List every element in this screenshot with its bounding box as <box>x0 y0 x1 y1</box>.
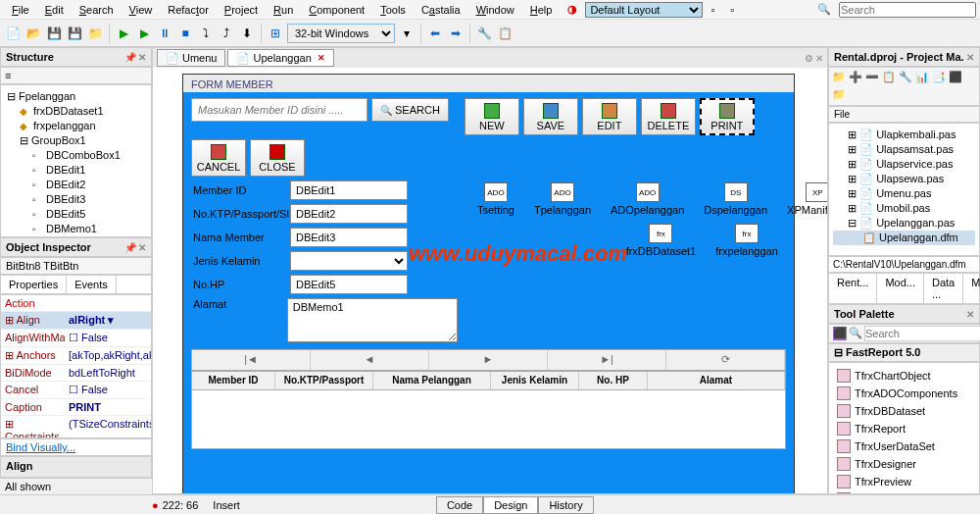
step2-icon[interactable]: ⤴ <box>218 25 235 42</box>
menu-view[interactable]: View <box>122 2 161 18</box>
close-icon[interactable]: ✕ <box>815 53 823 64</box>
prop-value[interactable]: [akTop,akRight,ak <box>65 347 151 364</box>
misc1-icon[interactable]: 🔧 <box>475 25 493 42</box>
nav-next[interactable]: ► <box>429 350 548 370</box>
comp-adopelanggan[interactable]: ADOADOpelanggan <box>611 182 684 216</box>
config-icon[interactable]: ▾ <box>398 25 416 42</box>
col-header[interactable]: Alamat <box>648 372 785 389</box>
tree-item[interactable]: ▫DBEdit1 <box>5 163 147 178</box>
prop-name[interactable]: ⊞ Constraints <box>1 416 65 439</box>
name-input[interactable] <box>290 228 408 247</box>
tree-item[interactable]: ◆frxpelanggan <box>5 119 147 133</box>
menu-edit[interactable]: Edit <box>37 2 72 18</box>
pm-tool-icon[interactable]: ⬛ <box>949 71 962 85</box>
menu-project[interactable]: Project <box>217 2 266 18</box>
palette-item[interactable]: TfrxADOComponents <box>833 385 975 402</box>
member-id-input[interactable] <box>290 180 408 200</box>
col-header[interactable]: No. HP <box>579 372 648 389</box>
pmtab[interactable]: Multi... <box>963 274 980 303</box>
save-button[interactable]: SAVE <box>523 98 578 135</box>
ide-search-input[interactable] <box>839 2 976 18</box>
platform-select[interactable]: 32-bit Windows <box>287 24 395 43</box>
pin-icon[interactable]: 📌 <box>124 52 136 63</box>
layout-tool2[interactable]: ▫ <box>722 2 742 18</box>
file-item[interactable]: ⊞ 📄 Umenu.pas <box>833 186 975 201</box>
pm-tool-icon[interactable]: ➖ <box>865 71 879 85</box>
menu-window[interactable]: Window <box>468 2 522 18</box>
back-icon[interactable]: ⬅ <box>426 25 444 42</box>
prop-name[interactable]: ⊞ Anchors <box>1 347 65 364</box>
file-item[interactable]: ⊞ 📄 Ulapsewa.pas <box>833 172 975 186</box>
form-member[interactable]: FORM MEMBER 🔍 SEARCH NEW SAVE EDIT DELET… <box>182 74 795 493</box>
open-icon[interactable]: 📂 <box>24 25 42 42</box>
menu-help[interactable]: Help <box>522 2 561 18</box>
tab-events[interactable]: Events <box>67 276 117 293</box>
prop-name[interactable]: Action <box>1 295 65 311</box>
prop-value[interactable] <box>65 295 151 311</box>
tree-item[interactable]: ▫DBEdit2 <box>5 178 147 192</box>
inspector-component[interactable]: BitBtn8 TBitBtn <box>0 257 152 275</box>
close-icon[interactable]: ✕ <box>966 309 974 320</box>
palette-list[interactable]: TfrxChartObject TfrxADOComponents TfrxDB… <box>828 362 980 495</box>
run-icon[interactable]: ▶ <box>115 25 132 42</box>
prop-name[interactable]: Cancel <box>1 382 65 398</box>
file-item[interactable]: ⊞ 📄 Ulapsamsat.pas <box>833 142 975 157</box>
form-canvas[interactable]: FORM MEMBER 🔍 SEARCH NEW SAVE EDIT DELET… <box>153 68 827 493</box>
pm-tool-icon[interactable]: 📁 <box>832 88 846 103</box>
structure-tree[interactable]: ⊟ Fpelanggan ◆frxDBDataset1 ◆frxpelangga… <box>0 84 152 237</box>
prop-value[interactable]: ☐ False <box>65 382 151 398</box>
views-icon[interactable]: ⚙ <box>805 53 813 64</box>
address-input[interactable]: DBMemo1 <box>287 298 458 342</box>
save-icon[interactable]: 💾 <box>45 25 63 42</box>
layout-select[interactable]: Default Layout <box>585 2 703 18</box>
prop-name[interactable]: AlignWithMa <box>1 330 65 346</box>
close-button[interactable]: CLOSE <box>250 139 305 177</box>
pmtab[interactable]: Rent... <box>829 274 877 303</box>
run2-icon[interactable]: ▶ <box>135 25 153 42</box>
tree-item[interactable]: ◆frxDBDataset1 <box>5 104 147 119</box>
palette-search[interactable] <box>864 326 980 341</box>
comp-xpmanifest[interactable]: XPXPManifest1 <box>787 182 827 216</box>
bind-visually-link[interactable]: Bind Visually... <box>0 438 152 456</box>
nav-first[interactable]: |◄ <box>192 350 311 370</box>
file-item[interactable]: ⊞ 📄 Ulapservice.pas <box>833 157 975 172</box>
tree-item[interactable]: ⊟ GroupBox1 <box>5 133 147 148</box>
gender-select[interactable] <box>290 251 408 271</box>
new-icon[interactable]: 📄 <box>4 25 22 42</box>
misc2-icon[interactable]: 📋 <box>496 25 514 42</box>
pm-tool-icon[interactable]: 📊 <box>915 71 929 85</box>
pm-tool-icon[interactable]: 📑 <box>932 71 946 85</box>
inspector-grid[interactable]: Action ⊞ AlignalRight ▾ AlignWithMa☐ Fal… <box>0 294 152 439</box>
menu-refactor[interactable]: Refactor <box>160 2 217 18</box>
palette-item[interactable]: TfrxUserDataSet <box>833 437 975 455</box>
project-tree[interactable]: ⊞ 📄 Ulapkembali.pas ⊞ 📄 Ulapsamsat.pas ⊞… <box>828 123 980 256</box>
col-header[interactable]: No.KTP/Passport <box>275 372 373 389</box>
palette-group[interactable]: ⊟ FastReport 5.0 <box>828 343 980 362</box>
member-search-input[interactable] <box>191 98 368 122</box>
step3-icon[interactable]: ⬇ <box>238 25 256 42</box>
comp-dspelanggan[interactable]: DSDspelanggan <box>704 182 767 216</box>
prop-value[interactable]: PRINT <box>65 399 151 415</box>
hp-input[interactable] <box>290 275 408 294</box>
saveall-icon[interactable]: 💾 <box>66 25 83 42</box>
prop-value[interactable]: ☐ False <box>65 330 151 346</box>
comp-frxpelanggan[interactable]: frxfrxpelanggan <box>715 224 778 257</box>
print-button[interactable]: PRINT <box>700 98 755 135</box>
menu-castalia[interactable]: Castalia <box>414 2 468 18</box>
pmtab[interactable]: Mod... <box>877 274 924 303</box>
struct-tool-icon[interactable]: ≡ <box>5 70 11 81</box>
tree-item[interactable]: ▫DBMemo1 <box>5 222 147 236</box>
pm-tool-icon[interactable]: 🔧 <box>899 71 912 85</box>
step-icon[interactable]: ⤵ <box>197 25 215 42</box>
pm-tool-icon[interactable]: 📁 <box>832 71 846 85</box>
menu-tools[interactable]: Tools <box>372 2 414 18</box>
stop-icon[interactable]: ■ <box>176 25 194 42</box>
pause-icon[interactable]: ⏸ <box>156 25 173 42</box>
palette-item[interactable]: TfrxBarCodeObject <box>833 490 975 495</box>
col-header[interactable]: Jenis Kelamin <box>491 372 579 389</box>
tree-item[interactable]: ▫DBEdit3 <box>5 192 147 207</box>
tree-item[interactable]: ⊟ Fpelanggan <box>5 89 147 104</box>
palette-item[interactable]: TfrxReport <box>833 420 975 437</box>
prop-name[interactable]: ⊞ Align <box>1 312 65 329</box>
file-item[interactable]: ⊟ 📄 Upelanggan.pas <box>833 216 975 231</box>
